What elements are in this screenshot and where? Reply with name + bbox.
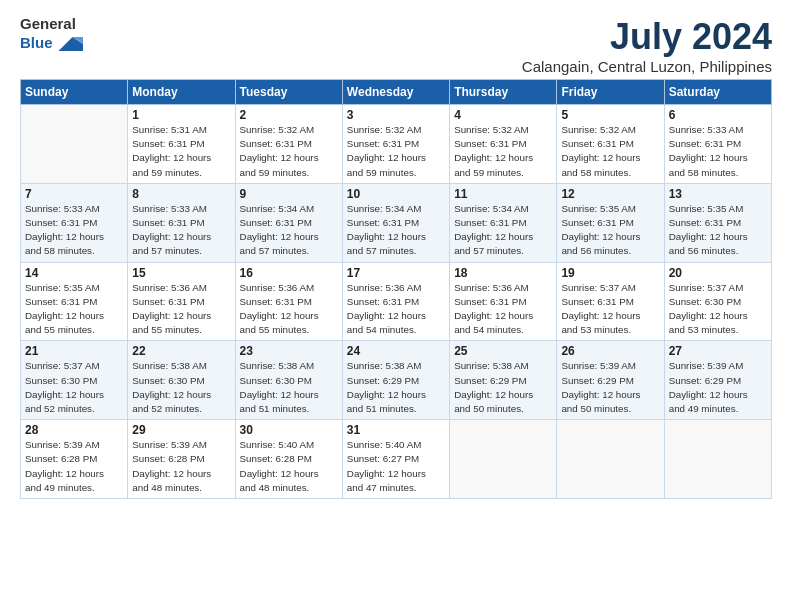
day-number: 23 (240, 344, 338, 358)
week-row-2: 7Sunrise: 5:33 AM Sunset: 6:31 PM Daylig… (21, 183, 772, 262)
day-cell: 3Sunrise: 5:32 AM Sunset: 6:31 PM Daylig… (342, 105, 449, 184)
day-number: 18 (454, 266, 552, 280)
day-info: Sunrise: 5:37 AM Sunset: 6:31 PM Dayligh… (561, 281, 659, 338)
day-info: Sunrise: 5:34 AM Sunset: 6:31 PM Dayligh… (240, 202, 338, 259)
day-info: Sunrise: 5:35 AM Sunset: 6:31 PM Dayligh… (25, 281, 123, 338)
day-number: 4 (454, 108, 552, 122)
day-cell: 27Sunrise: 5:39 AM Sunset: 6:29 PM Dayli… (664, 341, 771, 420)
col-header-thursday: Thursday (450, 80, 557, 105)
page: General Blue July 2024 Calangain, Centra… (0, 0, 792, 612)
day-info: Sunrise: 5:31 AM Sunset: 6:31 PM Dayligh… (132, 123, 230, 180)
day-number: 24 (347, 344, 445, 358)
header-row: SundayMondayTuesdayWednesdayThursdayFrid… (21, 80, 772, 105)
day-info: Sunrise: 5:39 AM Sunset: 6:29 PM Dayligh… (561, 359, 659, 416)
week-row-1: 1Sunrise: 5:31 AM Sunset: 6:31 PM Daylig… (21, 105, 772, 184)
subtitle: Calangain, Central Luzon, Philippines (522, 58, 772, 75)
col-header-friday: Friday (557, 80, 664, 105)
calendar-table: SundayMondayTuesdayWednesdayThursdayFrid… (20, 79, 772, 499)
day-cell: 13Sunrise: 5:35 AM Sunset: 6:31 PM Dayli… (664, 183, 771, 262)
day-number: 1 (132, 108, 230, 122)
day-cell: 26Sunrise: 5:39 AM Sunset: 6:29 PM Dayli… (557, 341, 664, 420)
day-info: Sunrise: 5:40 AM Sunset: 6:28 PM Dayligh… (240, 438, 338, 495)
day-info: Sunrise: 5:36 AM Sunset: 6:31 PM Dayligh… (240, 281, 338, 338)
day-cell: 30Sunrise: 5:40 AM Sunset: 6:28 PM Dayli… (235, 420, 342, 499)
day-info: Sunrise: 5:33 AM Sunset: 6:31 PM Dayligh… (132, 202, 230, 259)
day-number: 8 (132, 187, 230, 201)
day-info: Sunrise: 5:40 AM Sunset: 6:27 PM Dayligh… (347, 438, 445, 495)
col-header-wednesday: Wednesday (342, 80, 449, 105)
day-cell: 29Sunrise: 5:39 AM Sunset: 6:28 PM Dayli… (128, 420, 235, 499)
day-cell: 1Sunrise: 5:31 AM Sunset: 6:31 PM Daylig… (128, 105, 235, 184)
day-info: Sunrise: 5:34 AM Sunset: 6:31 PM Dayligh… (347, 202, 445, 259)
day-cell: 4Sunrise: 5:32 AM Sunset: 6:31 PM Daylig… (450, 105, 557, 184)
day-cell: 31Sunrise: 5:40 AM Sunset: 6:27 PM Dayli… (342, 420, 449, 499)
col-header-sunday: Sunday (21, 80, 128, 105)
day-info: Sunrise: 5:32 AM Sunset: 6:31 PM Dayligh… (240, 123, 338, 180)
day-info: Sunrise: 5:38 AM Sunset: 6:30 PM Dayligh… (132, 359, 230, 416)
day-cell: 15Sunrise: 5:36 AM Sunset: 6:31 PM Dayli… (128, 262, 235, 341)
day-number: 5 (561, 108, 659, 122)
day-cell: 28Sunrise: 5:39 AM Sunset: 6:28 PM Dayli… (21, 420, 128, 499)
day-number: 30 (240, 423, 338, 437)
day-cell: 23Sunrise: 5:38 AM Sunset: 6:30 PM Dayli… (235, 341, 342, 420)
day-cell (557, 420, 664, 499)
day-cell: 24Sunrise: 5:38 AM Sunset: 6:29 PM Dayli… (342, 341, 449, 420)
day-cell (21, 105, 128, 184)
week-row-5: 28Sunrise: 5:39 AM Sunset: 6:28 PM Dayli… (21, 420, 772, 499)
day-cell: 25Sunrise: 5:38 AM Sunset: 6:29 PM Dayli… (450, 341, 557, 420)
day-number: 13 (669, 187, 767, 201)
day-number: 3 (347, 108, 445, 122)
day-number: 15 (132, 266, 230, 280)
day-cell (450, 420, 557, 499)
day-number: 9 (240, 187, 338, 201)
day-cell: 22Sunrise: 5:38 AM Sunset: 6:30 PM Dayli… (128, 341, 235, 420)
logo-general: General (20, 16, 83, 33)
logo: General Blue (20, 16, 83, 55)
day-number: 7 (25, 187, 123, 201)
day-info: Sunrise: 5:39 AM Sunset: 6:28 PM Dayligh… (132, 438, 230, 495)
day-number: 29 (132, 423, 230, 437)
col-header-monday: Monday (128, 80, 235, 105)
day-cell: 12Sunrise: 5:35 AM Sunset: 6:31 PM Dayli… (557, 183, 664, 262)
day-number: 12 (561, 187, 659, 201)
day-info: Sunrise: 5:39 AM Sunset: 6:29 PM Dayligh… (669, 359, 767, 416)
day-info: Sunrise: 5:36 AM Sunset: 6:31 PM Dayligh… (347, 281, 445, 338)
day-cell: 18Sunrise: 5:36 AM Sunset: 6:31 PM Dayli… (450, 262, 557, 341)
day-info: Sunrise: 5:32 AM Sunset: 6:31 PM Dayligh… (561, 123, 659, 180)
day-info: Sunrise: 5:32 AM Sunset: 6:31 PM Dayligh… (454, 123, 552, 180)
day-info: Sunrise: 5:35 AM Sunset: 6:31 PM Dayligh… (669, 202, 767, 259)
day-info: Sunrise: 5:33 AM Sunset: 6:31 PM Dayligh… (25, 202, 123, 259)
header: General Blue July 2024 Calangain, Centra… (20, 16, 772, 75)
day-cell: 9Sunrise: 5:34 AM Sunset: 6:31 PM Daylig… (235, 183, 342, 262)
day-number: 17 (347, 266, 445, 280)
day-info: Sunrise: 5:35 AM Sunset: 6:31 PM Dayligh… (561, 202, 659, 259)
col-header-saturday: Saturday (664, 80, 771, 105)
day-info: Sunrise: 5:37 AM Sunset: 6:30 PM Dayligh… (669, 281, 767, 338)
day-number: 14 (25, 266, 123, 280)
day-info: Sunrise: 5:38 AM Sunset: 6:30 PM Dayligh… (240, 359, 338, 416)
day-number: 11 (454, 187, 552, 201)
title-block: July 2024 Calangain, Central Luzon, Phil… (522, 16, 772, 75)
day-cell: 7Sunrise: 5:33 AM Sunset: 6:31 PM Daylig… (21, 183, 128, 262)
col-header-tuesday: Tuesday (235, 80, 342, 105)
day-number: 27 (669, 344, 767, 358)
day-number: 21 (25, 344, 123, 358)
day-cell: 19Sunrise: 5:37 AM Sunset: 6:31 PM Dayli… (557, 262, 664, 341)
day-cell: 5Sunrise: 5:32 AM Sunset: 6:31 PM Daylig… (557, 105, 664, 184)
day-cell: 8Sunrise: 5:33 AM Sunset: 6:31 PM Daylig… (128, 183, 235, 262)
day-number: 28 (25, 423, 123, 437)
day-number: 16 (240, 266, 338, 280)
day-number: 6 (669, 108, 767, 122)
week-row-3: 14Sunrise: 5:35 AM Sunset: 6:31 PM Dayli… (21, 262, 772, 341)
day-info: Sunrise: 5:33 AM Sunset: 6:31 PM Dayligh… (669, 123, 767, 180)
day-info: Sunrise: 5:38 AM Sunset: 6:29 PM Dayligh… (454, 359, 552, 416)
day-number: 22 (132, 344, 230, 358)
day-cell: 6Sunrise: 5:33 AM Sunset: 6:31 PM Daylig… (664, 105, 771, 184)
day-number: 19 (561, 266, 659, 280)
day-cell: 2Sunrise: 5:32 AM Sunset: 6:31 PM Daylig… (235, 105, 342, 184)
day-cell: 20Sunrise: 5:37 AM Sunset: 6:30 PM Dayli… (664, 262, 771, 341)
logo-icon (55, 33, 83, 55)
day-number: 25 (454, 344, 552, 358)
week-row-4: 21Sunrise: 5:37 AM Sunset: 6:30 PM Dayli… (21, 341, 772, 420)
main-title: July 2024 (522, 16, 772, 58)
